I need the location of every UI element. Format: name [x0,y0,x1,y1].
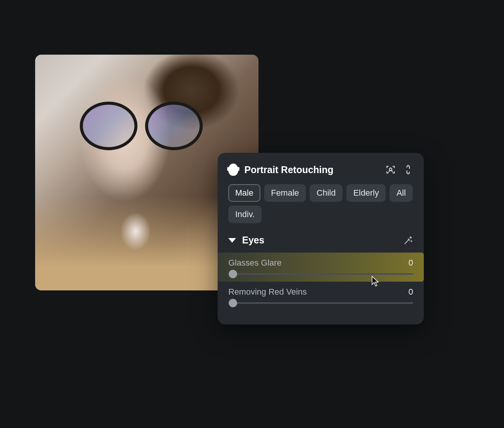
red-veins-value: 0 [409,287,413,297]
slider-labels: Glasses Glare 0 [228,258,413,268]
glasses-glare-label: Glasses Glare [228,258,281,268]
eyes-section-title: Eyes [242,235,403,246]
red-veins-label: Removing Red Veins [228,287,307,297]
red-veins-slider[interactable] [228,302,413,304]
chip-all[interactable]: All [389,184,412,202]
face-silhouette-icon [228,164,238,176]
chip-elderly[interactable]: Elderly [346,184,386,202]
chip-indiv[interactable]: Indiv. [228,206,262,223]
panel-header: Portrait Retouching [228,164,413,176]
portrait-retouching-panel: Portrait Retouching Male [218,153,424,324]
chip-male[interactable]: Male [228,184,260,202]
chip-female[interactable]: Female [264,184,306,202]
panel-title: Portrait Retouching [244,164,386,175]
glasses-illustration [80,102,203,144]
glasses-glare-value: 0 [409,258,413,268]
auto-adjust-icon[interactable] [403,235,413,245]
slider-labels: Removing Red Veins 0 [228,287,413,297]
slider-thumb[interactable] [229,270,237,278]
category-chip-group: Male Female Child Elderly All Indiv. [228,184,413,223]
link-toggle-icon[interactable] [403,165,413,175]
header-icon-group [386,165,413,175]
eyes-section-header: Eyes [228,235,413,246]
slider-thumb[interactable] [229,299,237,307]
collapse-triangle-icon[interactable] [228,238,236,243]
chip-child[interactable]: Child [310,184,342,202]
glasses-glare-slider-row: Glasses Glare 0 [218,253,424,282]
glasses-glare-slider[interactable] [228,273,413,275]
red-veins-slider-row: Removing Red Veins 0 [228,282,413,311]
face-scan-icon[interactable] [386,165,396,175]
